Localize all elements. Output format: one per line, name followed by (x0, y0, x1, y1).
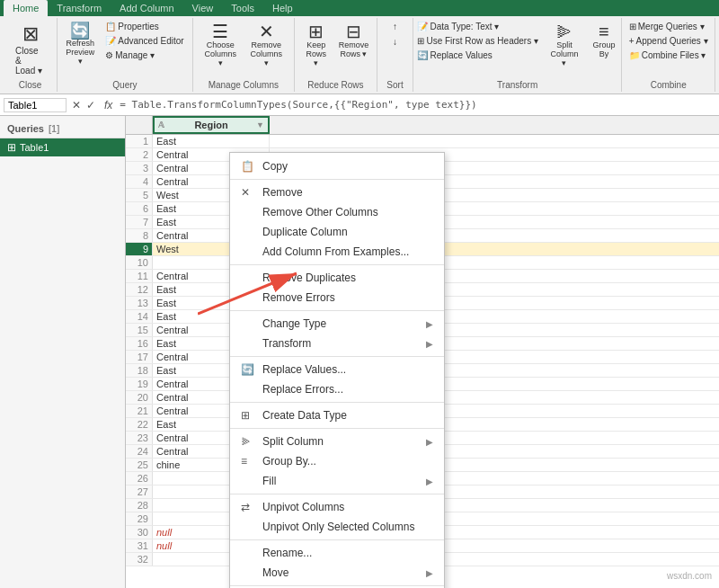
row-number: 1 (126, 135, 153, 147)
context-menu-item[interactable]: ⊞Create Data Type (230, 405, 444, 425)
row-number: 21 (126, 405, 153, 417)
name-box[interactable] (4, 98, 67, 112)
context-menu-item[interactable]: Remove Errors (230, 288, 444, 307)
choose-columns-icon: ☰ (212, 22, 228, 40)
refresh-label: RefreshPreview ▾ (66, 39, 94, 66)
filter-icon[interactable]: ▼ (256, 120, 264, 129)
table-icon: ⊞ (7, 141, 16, 154)
context-item-label: Unpivot Only Selected Columns (262, 521, 414, 533)
region-column-header[interactable]: 𝔸 Region ▼ (153, 116, 270, 134)
watermark: wsxdn.com (667, 571, 712, 581)
refresh-preview-button[interactable]: 🔄 RefreshPreview ▾ (61, 20, 99, 68)
context-item-label: Split Column (262, 435, 324, 448)
ribbon-group-close: ⊠ Close &Load ▾ Close (4, 18, 58, 92)
context-item-label: Unpivot Columns (262, 501, 344, 513)
row-number: 25 (126, 459, 153, 471)
tab-home[interactable]: Home (4, 0, 48, 16)
context-menu-item[interactable]: ✕Remove (230, 183, 444, 202)
advanced-editor-label: Advanced Editor (118, 36, 183, 46)
merge-queries-button[interactable]: ⊞ Merge Queries ▾ (625, 20, 713, 33)
context-menu-item[interactable]: Transform▶ (230, 334, 444, 353)
context-menu-separator (230, 539, 444, 540)
close-load-button[interactable]: ⊠ Close &Load ▾ (9, 20, 51, 78)
reduce-rows-label: Reduce Rows (307, 80, 363, 90)
context-menu: 📋Copy✕RemoveRemove Other ColumnsDuplicat… (229, 152, 445, 588)
context-menu-separator (230, 264, 444, 265)
advanced-editor-icon: 📝 (105, 36, 116, 46)
tab-view[interactable]: View (183, 0, 223, 16)
keep-rows-button[interactable]: ⊞ KeepRows ▾ (299, 20, 333, 70)
context-menu-item[interactable]: Rename... (230, 543, 444, 563)
row-number: 20 (126, 391, 153, 404)
choose-columns-button[interactable]: ☰ ChooseColumns ▾ (199, 20, 243, 70)
row-number: 16 (126, 337, 153, 350)
append-queries-button[interactable]: + Append Queries ▾ (625, 34, 713, 48)
replace-values-button[interactable]: 🔄 Replace Values (413, 49, 542, 62)
row-number: 2 (126, 148, 153, 161)
context-menu-item[interactable]: Add Column From Examples... (230, 242, 444, 262)
context-menu-item[interactable]: 🔄Replace Values... (230, 360, 444, 379)
context-menu-item[interactable]: ⫸Split Column▶ (230, 432, 444, 451)
context-menu-item[interactable]: Remove Other Columns (230, 202, 444, 222)
row-number: 7 (126, 216, 153, 228)
sort-asc-button[interactable]: ↑ (388, 20, 402, 33)
group-by-button[interactable]: ≡ GroupBy (586, 20, 622, 61)
formula-bar: ✕ ✓ fx = Table.TransformColumnTypes(Sour… (0, 94, 719, 116)
context-menu-item[interactable]: 📋Copy (230, 156, 444, 176)
cancel-formula-icon[interactable]: ✕ (70, 99, 83, 111)
context-item-label: Copy (262, 160, 288, 173)
remove-rows-button[interactable]: ⊟ RemoveRows ▾ (335, 20, 372, 61)
table-row[interactable]: 1East (126, 135, 719, 148)
context-item-label: Replace Values... (262, 363, 346, 376)
row-number: 19 (126, 378, 153, 390)
context-item-icon: 🔄 (241, 363, 255, 376)
data-type-label: Data Type: Text ▾ (430, 22, 499, 31)
remove-columns-icon: ✕ (259, 22, 274, 40)
tab-transform[interactable]: Transform (48, 0, 111, 16)
close-load-label: Close &Load ▾ (15, 46, 45, 76)
context-item-label: Move (262, 566, 288, 579)
context-menu-item[interactable]: Remove Duplicates (230, 268, 444, 288)
context-menu-item[interactable]: ≡Group By... (230, 451, 444, 471)
data-type-button[interactable]: 📝 Data Type: Text ▾ (413, 20, 542, 33)
advanced-editor-button[interactable]: 📝 Advanced Editor (101, 34, 188, 48)
properties-button[interactable]: 📋 Properties (101, 20, 188, 33)
confirm-formula-icon[interactable]: ✓ (84, 99, 97, 111)
tab-add-column[interactable]: Add Column (111, 0, 183, 16)
row-number: 3 (126, 162, 153, 174)
row-number: 28 (126, 499, 153, 512)
tab-help[interactable]: Help (263, 0, 302, 16)
tab-tools[interactable]: Tools (222, 0, 263, 16)
split-column-button[interactable]: ⫸ SplitColumn ▾ (545, 20, 584, 70)
context-menu-item[interactable]: ⇄Unpivot Columns (230, 497, 444, 517)
context-menu-item[interactable]: Replace Errors... (230, 379, 444, 399)
context-menu-item[interactable]: Move▶ (230, 563, 444, 583)
manage-label: Manage ▾ (115, 50, 155, 60)
row-number: 9 (126, 243, 153, 255)
context-menu-item[interactable]: Duplicate Column (230, 222, 444, 242)
ribbon-group-sort: ↑ ↓ Sort (377, 18, 413, 92)
combine-files-button[interactable]: 📁 Combine Files ▾ (625, 49, 713, 62)
context-menu-separator (230, 402, 444, 403)
context-menu-item[interactable]: Unpivot Only Selected Columns (230, 517, 444, 537)
context-menu-item[interactable]: Change Type▶ (230, 314, 444, 334)
ribbon-group-query: 🔄 RefreshPreview ▾ 📋 Properties 📝 Advanc… (58, 18, 193, 92)
sidebar-item-table1[interactable]: ⊞ Table1 (0, 138, 125, 156)
submenu-arrow-icon: ▶ (426, 319, 433, 329)
first-row-header-button[interactable]: ⊞ Use First Row as Headers ▾ (413, 34, 542, 48)
ribbon: ⊠ Close &Load ▾ Close 🔄 RefreshPreview ▾… (0, 16, 719, 94)
context-menu-item[interactable]: Fill▶ (230, 471, 444, 491)
context-item-label: Add Column From Examples... (262, 245, 409, 258)
row-number: 29 (126, 512, 153, 525)
context-item-label: Fill (262, 475, 276, 487)
context-item-label: Remove Errors (262, 291, 335, 304)
manage-button[interactable]: ⚙ Manage ▾ (101, 49, 188, 62)
ribbon-group-transform: 📝 Data Type: Text ▾ ⊞ Use First Row as H… (413, 18, 622, 92)
keep-rows-icon: ⊞ (308, 22, 324, 40)
properties-label: Properties (118, 22, 159, 31)
properties-icon: 📋 (105, 22, 116, 31)
row-number: 10 (126, 256, 153, 269)
sort-desc-button[interactable]: ↓ (388, 35, 402, 49)
remove-columns-button[interactable]: ✕ RemoveColumns ▾ (244, 20, 288, 70)
sort-asc-icon: ↑ (393, 22, 397, 31)
